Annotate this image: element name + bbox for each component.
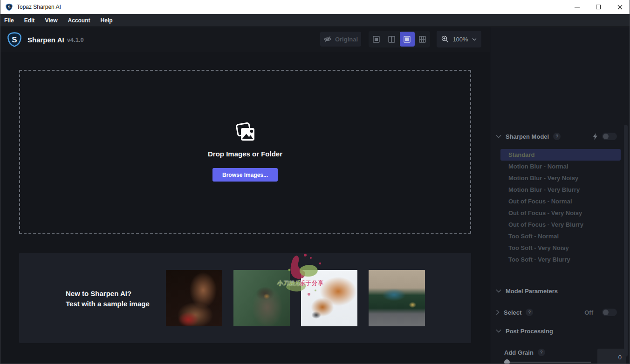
model-item-motion-blur-normal[interactable]: Motion Blur - Normal xyxy=(500,161,621,172)
svg-text:S: S xyxy=(7,5,10,9)
sidebar-scrollbar[interactable] xyxy=(624,125,628,357)
model-item-too-soft-very-blurry[interactable]: Too Soft - Very Blurry xyxy=(500,254,621,265)
minimize-button[interactable] xyxy=(566,0,588,14)
menu-account[interactable]: Account xyxy=(66,14,92,27)
select-state-label: Off xyxy=(584,309,593,316)
chevron-down-icon xyxy=(496,135,501,138)
menu-file[interactable]: File xyxy=(2,14,16,27)
model-item-too-soft-very-noisy[interactable]: Too Soft - Very Noisy xyxy=(500,242,621,254)
maximize-button[interactable] xyxy=(588,0,609,14)
help-icon[interactable]: ? xyxy=(553,133,561,140)
slider-track xyxy=(504,362,591,363)
app-name: Sharpen AI xyxy=(27,36,64,44)
window-title: Topaz Sharpen AI xyxy=(17,4,61,10)
select-toggle[interactable] xyxy=(602,309,617,316)
sample-thumbnail-portrait[interactable] xyxy=(166,270,222,326)
sharpen-ai-logo-icon: S xyxy=(6,31,23,48)
photos-icon xyxy=(234,122,256,142)
view-split-icon xyxy=(388,36,395,43)
close-button[interactable] xyxy=(609,0,630,14)
view-single-icon xyxy=(373,36,380,43)
sample-thumbnail-car[interactable] xyxy=(369,270,425,326)
sample-thumbnail-fox[interactable] xyxy=(301,270,357,326)
view-side-by-side-button[interactable] xyxy=(400,32,415,47)
titlebar: S Topaz Sharpen AI xyxy=(0,0,630,14)
view-side-by-side-icon xyxy=(404,36,411,43)
view-comparison-icon xyxy=(419,36,426,43)
samples-heading-line2: Test with a sample image xyxy=(66,299,150,309)
add-grain-slider[interactable] xyxy=(504,359,591,364)
browse-images-button[interactable]: Browse Images... xyxy=(212,168,278,182)
model-item-motion-blur-very-blurry[interactable]: Motion Blur - Very Blurry xyxy=(500,184,621,195)
samples-heading: New to Sharpen AI? Test with a sample im… xyxy=(66,289,150,309)
samples-panel: New to Sharpen AI? Test with a sample im… xyxy=(19,253,471,343)
samples-heading-line1: New to Sharpen AI? xyxy=(66,289,150,299)
settings-sidebar: Sharpen Model ? Standard Motion Blur - N… xyxy=(490,27,630,364)
menubar: File Edit View Account Help xyxy=(0,14,630,27)
lightning-icon xyxy=(593,133,598,140)
zoom-control[interactable]: 100% xyxy=(437,31,481,47)
menu-edit[interactable]: Edit xyxy=(22,14,37,27)
app-shield-icon: S xyxy=(5,3,13,11)
eye-off-icon xyxy=(323,35,332,43)
sharpen-model-header[interactable]: Sharpen Model ? xyxy=(490,130,630,142)
drop-zone-title: Drop Images or Folder xyxy=(208,150,282,158)
close-icon xyxy=(617,5,623,10)
model-item-motion-blur-very-noisy[interactable]: Motion Blur - Very Noisy xyxy=(500,172,621,184)
drop-zone[interactable]: Drop Images or Folder Browse Images... xyxy=(19,70,471,234)
help-icon[interactable]: ? xyxy=(526,309,533,316)
maximize-icon xyxy=(596,5,601,9)
original-preview-button[interactable]: Original xyxy=(320,32,361,47)
zoom-in-icon xyxy=(441,35,449,43)
help-icon[interactable]: ? xyxy=(538,349,545,356)
menu-view[interactable]: View xyxy=(43,14,59,27)
view-single-button[interactable] xyxy=(369,32,384,47)
model-parameters-label: Model Parameters xyxy=(506,288,558,295)
model-item-out-of-focus-normal[interactable]: Out of Focus - Normal xyxy=(500,195,621,207)
view-split-button[interactable] xyxy=(384,32,399,47)
post-processing-header[interactable]: Post Processing xyxy=(490,325,630,337)
toggle-knob xyxy=(603,310,609,315)
app-version: v4.1.0 xyxy=(67,36,84,43)
svg-text:S: S xyxy=(12,35,17,44)
brand: S Sharpen AI v4.1.0 xyxy=(6,31,84,48)
add-grain-label: Add Grain xyxy=(504,349,534,356)
chevron-down-icon xyxy=(496,289,501,293)
model-item-out-of-focus-very-noisy[interactable]: Out of Focus - Very Noisy xyxy=(500,207,621,219)
sharpen-model-list: Standard Motion Blur - Normal Motion Blu… xyxy=(500,149,621,265)
app-header: S Sharpen AI v4.1.0 Original xyxy=(0,27,490,52)
add-grain-control: Add Grain ? 0 xyxy=(490,347,630,357)
view-comparison-button[interactable] xyxy=(415,32,430,47)
chevron-right-icon xyxy=(496,310,500,315)
toggle-knob xyxy=(603,134,609,139)
minimize-icon xyxy=(575,7,580,7)
model-item-too-soft-normal[interactable]: Too Soft - Normal xyxy=(500,230,621,242)
original-label: Original xyxy=(335,36,358,43)
chevron-down-icon xyxy=(496,329,501,333)
menu-help[interactable]: Help xyxy=(99,14,115,27)
select-label: Select xyxy=(504,309,521,316)
model-item-out-of-focus-very-blurry[interactable]: Out of Focus - Very Blurry xyxy=(500,219,621,230)
select-section-header[interactable]: Select ? Off xyxy=(490,306,630,318)
zoom-level: 100% xyxy=(452,36,468,43)
post-processing-label: Post Processing xyxy=(506,328,553,335)
sample-thumbnail-owl[interactable] xyxy=(233,270,290,326)
app-window: S Topaz Sharpen AI File Edit View Accoun… xyxy=(0,0,630,364)
auto-model-toggle[interactable] xyxy=(602,133,617,140)
window-controls xyxy=(566,0,630,14)
add-grain-value-field[interactable]: 0 xyxy=(597,349,626,364)
model-item-standard[interactable]: Standard xyxy=(500,149,621,161)
model-parameters-header[interactable]: Model Parameters xyxy=(490,285,630,297)
sharpen-model-label: Sharpen Model xyxy=(506,133,549,140)
view-mode-group xyxy=(369,31,430,47)
slider-handle[interactable] xyxy=(504,359,510,364)
chevron-down-icon xyxy=(472,38,477,41)
